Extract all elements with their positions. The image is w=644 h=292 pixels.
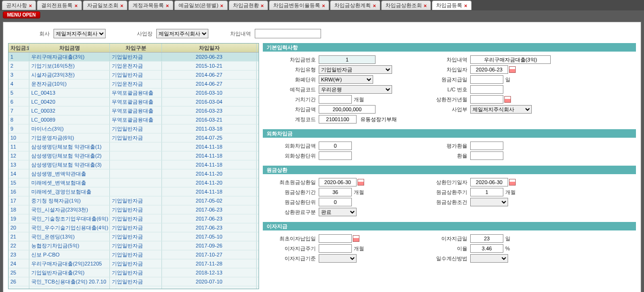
close-icon[interactable]: × <box>373 3 376 9</box>
close-icon[interactable]: × <box>424 3 427 9</box>
bank-code-select[interactable]: 우리은행 <box>319 85 392 94</box>
p-unit-input[interactable] <box>319 198 352 206</box>
i-cycle-input[interactable] <box>319 244 352 253</box>
table-row[interactable]: 4운전자금(10억)기업운전자금2014-06-27 <box>9 80 259 88</box>
table-row[interactable]: 12삼성생명단체보험 약관대출(2)2014-11-18 <box>9 151 259 160</box>
calendar-icon[interactable] <box>358 179 364 186</box>
i-day-input[interactable] <box>470 234 503 243</box>
table-row[interactable]: 7LC_00032무역포괄금융대출2016-03-23 <box>9 106 259 115</box>
grid-header-date: 차입일자 <box>162 44 257 52</box>
close-icon[interactable]: × <box>29 3 32 9</box>
table-row[interactable]: 22농협장기차입금(5억)기업일반자금2017-09-26 <box>9 241 259 250</box>
cell-code: 6 <box>9 97 29 106</box>
table-row[interactable]: 2기업기보(16억5천)기업운전자금2015-10-21 <box>9 62 259 71</box>
tab[interactable]: 차입금상환계획 × <box>330 0 380 10</box>
calendar-icon[interactable] <box>509 66 516 73</box>
table-row[interactable]: 1우리구매자금대출(3억)기업일반자금2020-06-23 <box>9 53 259 62</box>
fx-rate-input[interactable] <box>470 142 503 150</box>
table-row[interactable]: 5LC_00413무역포괄금융대출2016-03-10 <box>9 88 259 97</box>
cell-name: 삼성생명단체보험 약관대출(2) <box>29 151 110 160</box>
p-maturity-input[interactable] <box>470 178 508 186</box>
table-row[interactable]: 27부국증권_선순위유동화증권기업일반자금2020-10-26 <box>9 286 259 289</box>
cell-name: 국민_TCB신용대출(2억) 20.7.10 <box>29 277 110 286</box>
table-row[interactable]: 24우리구매자금대출(2억)221205기업일반자금2017-11-28 <box>9 259 259 268</box>
table-row[interactable]: 13삼성생명단체보험 약관대출(3)2014-11-18 <box>9 160 259 169</box>
cell-name: 기업운영자금(6억) <box>29 133 110 142</box>
table-row[interactable]: 10기업운영자금(6억)기업일반자금2014-07-25 <box>9 133 259 142</box>
calendar-icon[interactable] <box>509 179 516 186</box>
fx-erate-input[interactable] <box>470 151 503 160</box>
close-icon[interactable]: × <box>120 3 123 9</box>
table-row[interactable]: 25기업일반자금대출(2억)기업일반자금2018-12-13 <box>9 268 259 277</box>
fx-amt-input[interactable] <box>319 142 352 150</box>
grace-input[interactable] <box>319 95 352 104</box>
acct-code-input[interactable] <box>319 115 357 124</box>
i-day-label: 이자지급일 <box>409 235 470 242</box>
p-first-input[interactable] <box>319 178 357 186</box>
cell-date: 2014-11-20 <box>162 178 257 187</box>
preyear-input[interactable] <box>470 95 503 104</box>
table-row[interactable]: 17중기청 정책자금(1억)기업일반자금2017-05-02 <box>9 196 259 205</box>
tab[interactable]: 차입금현황 × <box>229 0 268 10</box>
table-row[interactable]: 18국민_시설자금(23억3천)기업일반자금2017-06-23 <box>9 205 259 214</box>
loan-name-input[interactable] <box>470 55 551 64</box>
i-method-select[interactable] <box>470 254 508 263</box>
dept-select[interactable]: 제일저지주식회사 <box>470 105 532 114</box>
company-select[interactable]: 제일저지주식회사 <box>54 29 106 38</box>
tab[interactable]: 차입금변동이율등록 × <box>269 0 329 10</box>
table-row[interactable]: 23신보 P-CBO기업일반자금2017-10-27 <box>9 250 259 259</box>
cell-type: 기업일반자금 <box>110 268 162 277</box>
calendar-icon[interactable] <box>353 235 359 242</box>
i-rate-input[interactable] <box>470 244 503 253</box>
tab[interactable]: 결의전표등록 × <box>37 0 81 10</box>
tab[interactable]: 차입금등록 × <box>432 0 471 10</box>
lc-no-input[interactable] <box>470 85 503 94</box>
menu-open-button[interactable]: MENU OPEN <box>3 11 40 18</box>
grid-header-type: 차입구분 <box>110 44 162 52</box>
loan-label: 차입내역 <box>230 30 251 37</box>
tab[interactable]: 차입금상환조회 × <box>381 0 431 10</box>
loan-amt-input[interactable] <box>319 105 376 114</box>
grid-header-name: 차입금명 <box>29 44 110 52</box>
calendar-icon[interactable] <box>504 96 511 103</box>
tab[interactable]: 자금일보조회 × <box>83 0 127 10</box>
table-row[interactable]: 3시설자금(23억3천)기업일반자금2014-06-27 <box>9 71 259 80</box>
i-basis-select[interactable] <box>319 254 357 263</box>
table-row[interactable]: 16미래에셋_경영인보험대출2014-11-18 <box>9 187 259 196</box>
principal-day-input[interactable] <box>470 75 503 84</box>
p-done-select[interactable]: 완료 <box>319 208 357 216</box>
cell-date: 2014-11-20 <box>162 169 257 178</box>
i-first-input[interactable] <box>319 234 352 243</box>
loan-date-input[interactable] <box>470 65 508 74</box>
table-row[interactable]: 6LC_00420무역포괄금융대출2016-03-04 <box>9 97 259 106</box>
close-icon[interactable]: × <box>166 3 169 9</box>
tab[interactable]: 계정과목등록 × <box>128 0 173 10</box>
loan-name-label: 차입내역 <box>409 56 470 63</box>
close-icon[interactable]: × <box>74 3 77 9</box>
table-row[interactable]: 9마이너스(3억)기업일반자금2011-03-18 <box>9 124 259 133</box>
table-row[interactable]: 15미래에셋_변액보험대출2014-11-20 <box>9 178 259 187</box>
loan-type-select[interactable]: 기업일반자금 <box>319 65 392 74</box>
p-cycle-input[interactable] <box>470 188 503 196</box>
cell-date: 2015-10-21 <box>162 62 257 70</box>
acct-name-text: 유동성장기부채 <box>360 116 397 123</box>
site-select[interactable]: 제일저지주식회사 <box>156 29 208 38</box>
close-icon[interactable]: × <box>464 3 467 9</box>
loan-filter-input[interactable] <box>255 29 321 38</box>
table-row[interactable]: 19국민_기술창조기업우대대출(6억)기업일반자금2017-06-23 <box>9 214 259 223</box>
currency-select[interactable]: KRW(￦) <box>319 75 373 84</box>
fx-unit-input[interactable] <box>319 151 352 160</box>
table-row[interactable]: 20국민_우수기술기업신용대출(4억)기업일반자금2017-06-23 <box>9 223 259 232</box>
close-icon[interactable]: × <box>220 3 223 9</box>
table-row[interactable]: 14삼성생명_변액약관대출2014-11-20 <box>9 169 259 178</box>
table-row[interactable]: 8LC_00089무역포괄금융대출2016-03-21 <box>9 115 259 124</box>
close-icon[interactable]: × <box>322 3 325 9</box>
table-row[interactable]: 21국민_온렌딩(13억)기업일반자금2017-05-10 <box>9 232 259 241</box>
p-period-input[interactable] <box>319 188 352 196</box>
tab[interactable]: 공지사항 × <box>2 0 36 10</box>
table-row[interactable]: 11삼성생명단체보험 약관대출(1)2014-11-18 <box>9 142 259 151</box>
close-icon[interactable]: × <box>261 3 264 9</box>
tab[interactable]: 예금일보(은행별) × <box>174 0 228 10</box>
p-cond-select[interactable] <box>470 198 508 206</box>
table-row[interactable]: 26국민_TCB신용대출(2억) 20.7.10기업일반자금2020-07-10 <box>9 277 259 286</box>
